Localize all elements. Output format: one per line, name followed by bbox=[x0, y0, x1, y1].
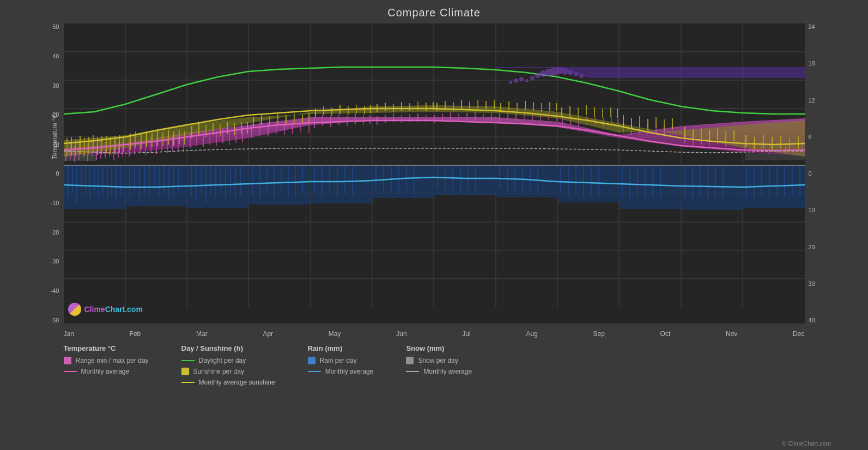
svg-rect-336 bbox=[745, 153, 805, 160]
svg-rect-335 bbox=[64, 154, 96, 161]
svg-rect-27 bbox=[434, 165, 495, 195]
legend-line-sunshine-avg bbox=[181, 382, 195, 383]
svg-rect-26 bbox=[372, 165, 434, 198]
svg-point-337 bbox=[525, 79, 529, 82]
y-axis-right1: 24 18 12 6 0 10 20 30 40 bbox=[806, 23, 836, 323]
legend-item-snow-perday: Snow per day bbox=[406, 357, 472, 364]
legend-label-rain: Rain per day bbox=[320, 357, 357, 364]
chart-area: Bordeaux Bordeaux ClimeChart.com 50 40 3… bbox=[31, 23, 837, 340]
svg-rect-30 bbox=[619, 165, 681, 209]
svg-point-348 bbox=[509, 81, 512, 84]
legend-group-rain: Rain (mm) Rain per day Monthly average bbox=[308, 344, 374, 386]
legend-label-temp-avg: Monthly average bbox=[81, 368, 130, 375]
legend-item-sunshine-perday: Sunshine per day bbox=[181, 368, 275, 375]
legend-group-snow: Snow (mm) Snow per day Monthly average bbox=[406, 344, 472, 386]
legend-item-sunshine-avg: Monthly average sunshine bbox=[181, 379, 275, 386]
legend-item-snow-avg: Monthly average bbox=[406, 368, 472, 375]
legend-color-snow bbox=[406, 357, 414, 364]
legend-line-daylight bbox=[181, 360, 195, 361]
logo-icon-bottom bbox=[68, 303, 81, 316]
legend-group-temperature: Temperature °C Range min / max per day M… bbox=[64, 344, 149, 386]
x-axis: Jan Feb Mar Apr May Jun Jul Aug Sep Oct … bbox=[64, 330, 805, 338]
legend-item-rain-avg: Monthly average bbox=[308, 368, 374, 375]
legend-line-temp-avg bbox=[64, 371, 77, 372]
legend: Temperature °C Range min / max per day M… bbox=[31, 344, 837, 386]
chart-svg bbox=[64, 23, 805, 323]
legend-color-sunshine bbox=[181, 368, 189, 375]
legend-label-rain-avg: Monthly average bbox=[325, 368, 374, 375]
copyright: © ClimeChart.com bbox=[782, 440, 831, 447]
page-container: Compare Climate Bordeaux Bordeaux ClimeC… bbox=[0, 0, 868, 450]
legend-line-rain-avg bbox=[308, 371, 321, 372]
logo-text-bottom: ClimeChart.com bbox=[84, 305, 143, 314]
legend-title-rain: Rain (mm) bbox=[308, 344, 374, 352]
svg-point-349 bbox=[514, 79, 518, 83]
legend-label-sunshine-avg: Monthly average sunshine bbox=[199, 379, 275, 386]
logo-bottom-left: ClimeChart.com bbox=[68, 303, 143, 316]
svg-rect-31 bbox=[681, 165, 743, 210]
legend-item-temp-range: Range min / max per day bbox=[64, 357, 149, 364]
legend-color-temp-range bbox=[64, 357, 71, 364]
legend-item-temp-avg: Monthly average bbox=[64, 368, 149, 375]
svg-point-338 bbox=[530, 76, 535, 80]
chart-inner bbox=[64, 23, 805, 323]
y-axis-left: 50 40 30 20 10 0 -10 -20 -30 -40 -50 bbox=[31, 23, 63, 323]
legend-label-daylight: Daylight per day bbox=[199, 357, 246, 364]
legend-item-rain-perday: Rain per day bbox=[308, 357, 374, 364]
svg-point-350 bbox=[519, 77, 524, 81]
chart-title: Compare Climate bbox=[387, 7, 481, 19]
legend-color-rain bbox=[308, 357, 315, 364]
legend-group-sunshine: Day / Sunshine (h) Daylight per day Suns… bbox=[181, 344, 275, 386]
legend-label-sunshine: Sunshine per day bbox=[193, 368, 244, 375]
legend-label-snow-avg: Monthly average bbox=[423, 368, 472, 375]
svg-point-339 bbox=[535, 73, 541, 78]
svg-rect-24 bbox=[248, 165, 310, 205]
legend-label-snow: Snow per day bbox=[418, 357, 458, 364]
legend-line-snow-avg bbox=[406, 371, 419, 372]
legend-title-snow: Snow (mm) bbox=[406, 344, 472, 352]
axis-title-temperature: Temperature °C bbox=[51, 113, 59, 159]
legend-item-daylight: Daylight per day bbox=[181, 357, 275, 364]
legend-title-sunshine: Day / Sunshine (h) bbox=[181, 344, 275, 352]
svg-rect-25 bbox=[311, 165, 372, 203]
legend-label-temp-range: Range min / max per day bbox=[76, 357, 149, 364]
legend-title-temperature: Temperature °C bbox=[64, 344, 149, 352]
